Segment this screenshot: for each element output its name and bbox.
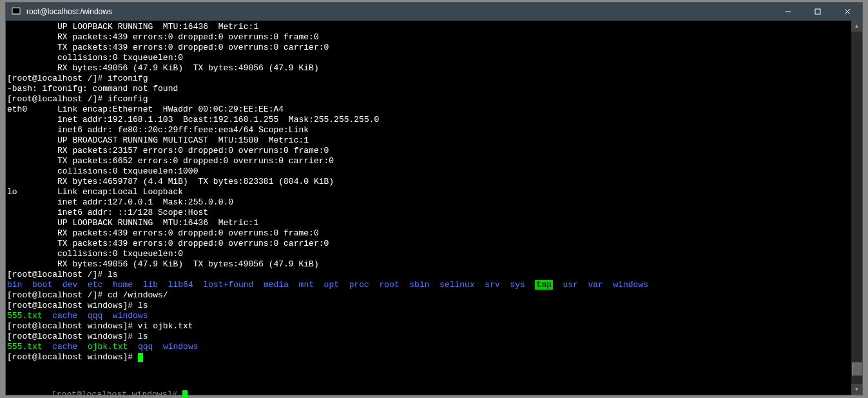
terminal-line: inet6 addr: fe80::20c:29ff:feee:eea4/64 … <box>7 125 850 135</box>
svg-rect-4 <box>815 9 820 14</box>
ls-item: home <box>113 280 133 290</box>
ls-item: cache <box>52 311 77 321</box>
terminal-line: RX bytes:49056 (47.9 KiB) TX bytes:49056… <box>7 63 850 74</box>
ls-item: windows <box>613 280 648 290</box>
ls-item: var <box>588 280 603 290</box>
terminal-line: [root@localhost /]# cd /windows/ <box>7 290 850 301</box>
terminal-line: [root@localhost windows]# ls <box>7 301 850 311</box>
ls-item: lost+found <box>203 280 253 290</box>
terminal-area: UP LOOPBACK RUNNING MTU:16436 Metric:1 R… <box>6 21 862 395</box>
terminal-line: RX packets:23157 errors:0 dropped:0 over… <box>7 146 850 156</box>
ls-item: selinux <box>439 280 475 290</box>
window-controls <box>773 3 862 21</box>
terminal-line: RX bytes:49056 (47.9 KiB) TX bytes:49056… <box>7 259 850 270</box>
terminal-line: -bash: ifconifg: command not found <box>7 84 850 94</box>
ls-item: 555.txt <box>7 311 43 321</box>
terminal-line: TX packets:439 errors:0 dropped:0 overru… <box>7 239 850 249</box>
terminal-line: [root@localhost /]# ifconfig <box>7 94 850 104</box>
terminal-line: inet addr:192.168.1.103 Bcast:192.168.1.… <box>7 115 850 125</box>
terminal-line: collisions:0 txqueuelen:0 <box>7 53 850 63</box>
ls-item: mnt <box>299 280 314 290</box>
ls-output: 555.txt cache qqq windows <box>7 311 850 321</box>
ls-item: sbin <box>409 280 429 290</box>
ls-item: lib64 <box>168 280 193 290</box>
terminal-line: [root@localhost windows]# ls <box>7 332 850 342</box>
svg-rect-1 <box>13 8 19 13</box>
shadow-prompt: [root@localhost windows]# <box>52 390 188 398</box>
terminal-line: RX packets:439 errors:0 dropped:0 overru… <box>7 228 850 239</box>
terminal-line: RX packets:439 errors:0 dropped:0 overru… <box>7 32 850 43</box>
ls-item: qqq <box>138 342 153 352</box>
putty-icon <box>11 6 21 17</box>
terminal-window: root@localhost:/windows UP LOOPBACK RUNN… <box>5 2 863 395</box>
scrollbar[interactable]: ▲ ▼ <box>851 21 862 395</box>
ls-item: cache <box>52 342 77 352</box>
ls-item: qqq <box>88 311 102 321</box>
ls-item: boot <box>32 280 52 290</box>
terminal-line: collisions:0 txqueuelen:0 <box>7 249 850 259</box>
prompt-line: [root@localhost windows]# <box>7 352 850 363</box>
terminal-line: collisions:0 txqueuelen:1000 <box>7 166 850 177</box>
ls-item: sys <box>510 280 525 290</box>
ls-output: bin boot dev etc home lib lib64 lost+fou… <box>7 280 850 290</box>
ls-output: 555.txt cache ojbk.txt qqq windows <box>7 342 850 352</box>
terminal-line: [root@localhost /]# ifconifg <box>7 74 850 84</box>
terminal-line: [root@localhost /]# ls <box>7 270 850 280</box>
terminal-line: inet addr:127.0.0.1 Mask:255.0.0.0 <box>7 197 850 208</box>
terminal-line: RX bytes:4659787 (4.4 MiB) TX bytes:8233… <box>7 177 850 187</box>
titlebar[interactable]: root@localhost:/windows <box>6 3 862 21</box>
terminal-line: TX packets:6652 errors:0 dropped:0 overr… <box>7 156 850 166</box>
ls-item: ojbk.txt <box>88 342 128 352</box>
scroll-down-button[interactable]: ▼ <box>851 384 862 395</box>
ls-item: media <box>264 280 289 290</box>
ls-item: proc <box>349 280 369 290</box>
terminal-line: UP LOOPBACK RUNNING MTU:16436 Metric:1 <box>7 22 850 32</box>
ls-item: windows <box>113 311 148 321</box>
ls-item-tmp: tmp <box>535 280 552 290</box>
ls-item: dev <box>63 280 77 290</box>
close-button[interactable] <box>833 3 862 21</box>
ls-item: usr <box>563 280 577 290</box>
cursor <box>138 353 143 362</box>
terminal-line: eth0 Link encap:Ethernet HWaddr 00:0C:29… <box>7 104 850 115</box>
maximize-button[interactable] <box>803 3 833 21</box>
ls-item: windows <box>163 342 198 352</box>
scroll-thumb[interactable] <box>852 363 862 375</box>
ls-item: root <box>379 280 399 290</box>
terminal-line: UP LOOPBACK RUNNING MTU:16436 Metric:1 <box>7 218 850 228</box>
window-title: root@localhost:/windows <box>26 7 112 16</box>
ls-item: lib <box>143 280 158 290</box>
title-left: root@localhost:/windows <box>11 6 112 17</box>
terminal-line: UP BROADCAST RUNNING MULTICAST MTU:1500 … <box>7 135 850 146</box>
terminal-line: TX packets:439 errors:0 dropped:0 overru… <box>7 43 850 53</box>
scroll-up-button[interactable]: ▲ <box>851 21 862 32</box>
ls-item: bin <box>7 280 22 290</box>
ls-item: srv <box>485 280 499 290</box>
terminal-line: lo Link encap:Local Loopback <box>7 187 850 197</box>
terminal-output[interactable]: UP LOOPBACK RUNNING MTU:16436 Metric:1 R… <box>6 21 851 395</box>
ls-item: etc <box>88 280 102 290</box>
ls-item: 555.txt <box>7 342 43 352</box>
minimize-button[interactable] <box>773 3 803 21</box>
ls-item: opt <box>324 280 339 290</box>
terminal-line: [root@localhost windows]# vi ojbk.txt <box>7 321 850 332</box>
terminal-line: inet6 addr: ::1/128 Scope:Host <box>7 208 850 218</box>
svg-rect-2 <box>13 14 19 14</box>
